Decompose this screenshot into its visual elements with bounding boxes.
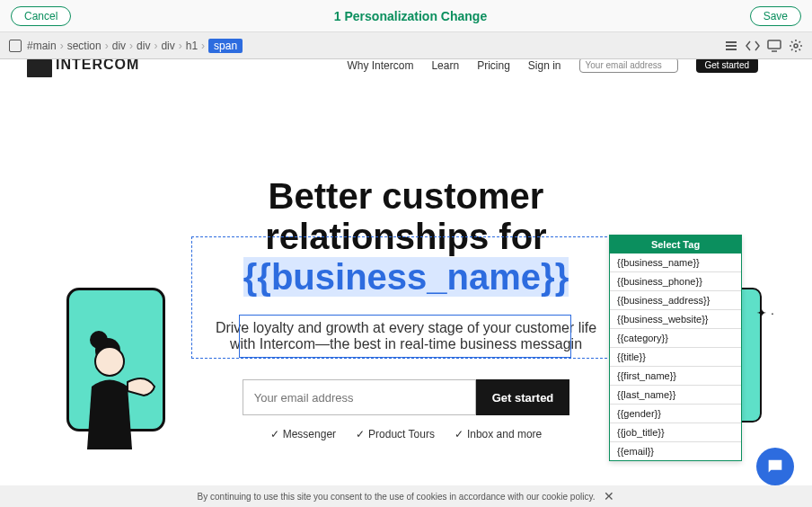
tag-option[interactable]: {{business_phone}} xyxy=(610,272,741,291)
editor-topbar: Cancel 1 Personalization Change Save xyxy=(0,0,812,32)
crumb-item[interactable]: div xyxy=(137,40,150,52)
svg-point-4 xyxy=(95,347,124,376)
intercom-logo-text: INTERCOM xyxy=(56,59,139,73)
nav-item[interactable]: Pricing xyxy=(477,59,510,72)
tag-option[interactable]: {{email}} xyxy=(610,442,741,460)
headline-line1: Better customer xyxy=(269,176,544,216)
select-tag-header: Select Tag xyxy=(610,236,741,254)
feature-item: Product Tours xyxy=(356,428,435,440)
tag-option[interactable]: {{gender}} xyxy=(610,405,741,423)
editor-title: 1 Personalization Change xyxy=(334,9,487,23)
feature-item: Messenger xyxy=(270,428,336,440)
code-icon[interactable] xyxy=(746,39,760,53)
svg-rect-0 xyxy=(768,40,781,49)
crumb-item[interactable]: div xyxy=(112,40,126,52)
breadcrumb-bar: #main› section› div› div› div› h1› span xyxy=(0,32,812,59)
email-input[interactable] xyxy=(243,379,476,415)
svg-point-1 xyxy=(794,44,798,48)
nav-item[interactable]: Why Intercom xyxy=(347,59,413,72)
crumb-item[interactable]: section xyxy=(67,40,102,52)
nav-item[interactable]: Learn xyxy=(431,59,459,72)
chat-icon xyxy=(765,457,785,476)
nav-email-input[interactable]: Your email address xyxy=(579,59,678,73)
cookie-banner: By continuing to use this site you conse… xyxy=(0,485,812,507)
tag-option[interactable]: {{business_website}} xyxy=(610,310,741,329)
sparkle-icon: ✦ · xyxy=(756,306,774,320)
selection-box-icon[interactable] xyxy=(9,40,22,52)
svg-point-3 xyxy=(90,331,108,349)
cookie-text: By continuing to use this site you conse… xyxy=(198,492,596,502)
hero-illustration xyxy=(66,288,201,440)
person-illustration xyxy=(74,324,163,449)
tag-option[interactable]: {{last_name}} xyxy=(610,386,741,405)
crumb-item[interactable]: #main xyxy=(27,40,57,52)
crumb-item[interactable]: div xyxy=(161,40,174,52)
breadcrumb: #main› section› div› div› div› h1› span xyxy=(27,39,243,53)
get-started-button[interactable]: Get started xyxy=(476,379,570,415)
crumb-item-active[interactable]: span xyxy=(208,39,243,53)
chat-launcher[interactable] xyxy=(756,448,794,485)
select-tag-menu: Select Tag {{business_name}} {{business_… xyxy=(609,235,742,461)
tag-option[interactable]: {{first_name}} xyxy=(610,367,741,386)
monitor-icon[interactable] xyxy=(767,39,781,53)
email-capture: Get started xyxy=(243,379,570,415)
save-button[interactable]: Save xyxy=(750,6,801,26)
tag-option[interactable]: {{business_address}} xyxy=(610,291,741,310)
tag-option[interactable]: {{business_name}} xyxy=(610,254,741,272)
crumb-item[interactable]: h1 xyxy=(186,40,198,52)
tag-option[interactable]: {{category}} xyxy=(610,329,741,348)
nav-item[interactable]: Sign in xyxy=(528,59,561,72)
gear-icon[interactable] xyxy=(789,39,803,53)
intercom-logo-icon xyxy=(27,59,52,77)
list-icon[interactable] xyxy=(724,39,738,53)
tag-option[interactable]: {{job_title}} xyxy=(610,423,741,442)
selection-outline-inner xyxy=(239,315,571,358)
feature-item: Inbox and more xyxy=(455,428,542,440)
close-icon[interactable]: ✕ xyxy=(604,489,614,503)
site-nav: INTERCOM Why Intercom Learn Pricing Sign… xyxy=(0,59,812,77)
nav-cta-button[interactable]: Get started xyxy=(696,59,758,73)
cancel-button[interactable]: Cancel xyxy=(11,6,71,26)
tag-option[interactable]: {{title}} xyxy=(610,348,741,367)
